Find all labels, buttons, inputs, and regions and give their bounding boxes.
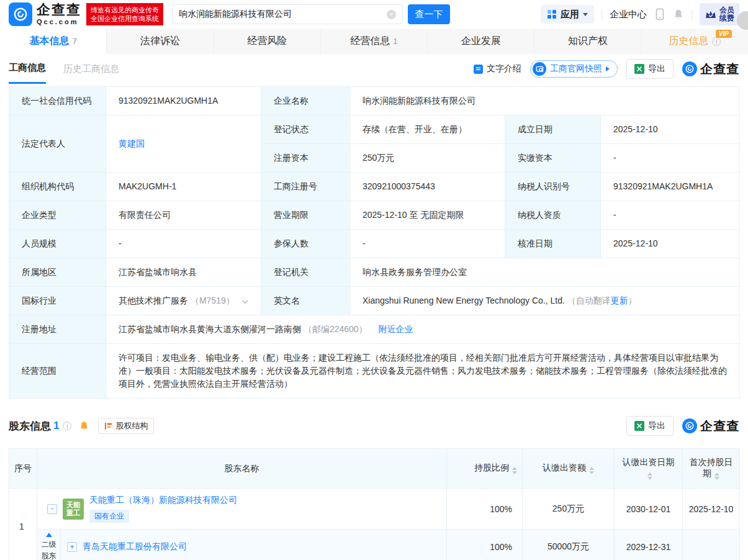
export-button[interactable]: 导出: [626, 59, 674, 79]
logo-name: 企查查: [37, 3, 81, 17]
search-box[interactable]: ×: [172, 4, 403, 24]
tab-development[interactable]: 企业发展: [428, 29, 534, 54]
notifications-button[interactable]: [673, 8, 684, 20]
company-type-value: 有限责任公司: [106, 201, 261, 230]
field-label: 法定代表人: [9, 115, 106, 173]
sort-icon[interactable]: [714, 472, 719, 480]
tab-legal[interactable]: 法律诉讼: [107, 29, 214, 54]
tab-history[interactable]: VIP 历史信息 i: [642, 29, 748, 54]
apps-label: 应用: [561, 9, 579, 20]
column-header-amount[interactable]: 认缴出资额: [523, 449, 615, 489]
org-chart-icon: [104, 422, 112, 430]
level-label-line2: 股东: [42, 551, 56, 560]
shareholder-name-cell: - 天能 重工 天能重工（珠海）新能源科技有限公司 国有企业: [37, 489, 447, 530]
secondary-shareholder-name-link[interactable]: 青岛天能重工股份有限公司: [83, 541, 187, 553]
field-label: 纳税人识别号: [505, 173, 601, 201]
sort-icon[interactable]: [589, 467, 594, 474]
business-scope-value: 许可项目：发电业务、输电业务、供（配）电业务；建设工程施工（依法须经批准的项目，…: [106, 344, 740, 399]
shareholder-name-link[interactable]: 天能重工（珠海）新能源科技有限公司: [89, 495, 237, 506]
text-intro-button[interactable]: 文字介绍: [474, 63, 521, 75]
table-row: 国标行业 其他技术推广服务 （M7519） 英文名 Xiangshui Rune…: [9, 287, 740, 315]
legal-rep-value: 黄建国: [106, 115, 261, 173]
reg-no-value: 320921000375443: [350, 173, 505, 201]
bell-icon: [673, 8, 684, 20]
nearby-companies-link[interactable]: 附近企业: [379, 324, 413, 334]
mobile-app-button[interactable]: [654, 8, 665, 20]
official-snapshot-button[interactable]: 工商官网快照: [530, 60, 618, 78]
tab-development-label: 企业发展: [461, 35, 501, 48]
column-header-first-date[interactable]: 首次持股日期: [683, 449, 740, 489]
vip-badge: VIP: [716, 30, 732, 38]
field-label: 经营范围: [9, 344, 106, 399]
field-label: 组织机构代码: [9, 173, 106, 201]
amount-value: 250万元: [523, 489, 615, 530]
english-name-text: Xiangshui Runeng New Energy Technology C…: [363, 296, 565, 305]
translate-update-link[interactable]: 更新: [611, 296, 628, 305]
brand-slogan: 缔造有远见的商业传奇 全国企业信用查询系统: [86, 3, 163, 25]
clear-search-icon[interactable]: ×: [387, 10, 396, 19]
industry-code: （M7519）: [191, 296, 235, 305]
sort-icon[interactable]: [512, 467, 517, 474]
search-input[interactable]: [179, 9, 387, 19]
tab-legal-label: 法律诉讼: [140, 35, 180, 48]
row-index: 1: [9, 489, 37, 560]
search-button[interactable]: 查一下: [408, 4, 450, 24]
ratio-header-label: 持股比例: [474, 463, 509, 472]
tab-basic-info[interactable]: 基本信息 7: [0, 29, 107, 54]
expand-button[interactable]: +: [67, 542, 77, 552]
info-icon[interactable]: i: [63, 422, 71, 430]
field-label: 企业名称: [261, 87, 350, 115]
date-value: 2030-12-01: [615, 489, 683, 530]
industry-value: 其他技术推广服务 （M7519）: [106, 287, 261, 315]
tab-operation[interactable]: 经营信息 1: [321, 29, 428, 54]
qcc-glyph-icon: [12, 6, 29, 22]
table-row: 组织机构代码 MAK2UGMH-1 工商注册号 320921000375443 …: [9, 173, 740, 201]
logo-wordmark[interactable]: 企查查 Qcc.com: [37, 3, 81, 25]
enterprise-center-link[interactable]: 企业中心: [610, 9, 647, 20]
shareholders-title: 股东信息: [9, 419, 51, 433]
tab-ip[interactable]: 知识产权: [534, 29, 641, 54]
sort-icon[interactable]: [647, 472, 652, 480]
member-renew-button[interactable]: 会员 续费: [700, 3, 739, 25]
address-text: 江苏省盐城市响水县黄海大道东侧灌河一路南侧: [119, 324, 301, 334]
subtab-business-info[interactable]: 工商信息: [9, 54, 46, 84]
info-icon[interactable]: i: [712, 37, 721, 46]
collapse-button[interactable]: -: [47, 504, 57, 514]
term-value: 2025-12-10 至 无固定期限: [350, 201, 505, 230]
org-code-value: MAK2UGMH-1: [106, 173, 261, 201]
status-value: 存续（在营、开业、在册）: [350, 115, 505, 144]
company-name-value: 响水润能新能源科技有限公司: [350, 87, 740, 115]
date-value: 2029-12-31: [615, 530, 683, 560]
column-header-date[interactable]: 认缴出资日期: [615, 449, 683, 489]
secondary-shareholder-cell: 二级 股东 + 青岛天能重工股份有限公司: [37, 530, 447, 560]
amount-value: 50000万元: [523, 530, 615, 560]
field-label: 实缴资本: [505, 144, 601, 173]
field-label: 企业类型: [9, 201, 106, 230]
shareholders-table: 序号 股东名称 持股比例 认缴出资额 认缴出资日期 首次持股日期 1 -: [9, 448, 740, 560]
chevron-down-icon[interactable]: [242, 297, 248, 304]
field-label: 核准日期: [505, 230, 601, 258]
divider: [602, 9, 602, 19]
reg-capital-value: 250万元: [350, 144, 505, 173]
date-header-label: 认缴出资日期: [623, 457, 675, 467]
tab-risk[interactable]: 经营风险: [214, 29, 321, 54]
subtab-history-business-info[interactable]: 历史工商信息: [63, 54, 119, 84]
legal-rep-link[interactable]: 黄建国: [119, 138, 145, 148]
qcc-circle-icon: [682, 418, 697, 433]
table-row: 人员规模 - 参保人数 - 核准日期 2025-12-10: [9, 230, 740, 258]
scrollbar-thumb[interactable]: [737, 11, 748, 30]
field-label: 所属地区: [9, 258, 106, 287]
text-intro-label: 文字介绍: [487, 63, 521, 75]
equity-structure-button[interactable]: 股权结构: [98, 418, 154, 434]
level-badge: 二级 股东: [37, 530, 61, 560]
subscribe-alert-button[interactable]: [79, 420, 89, 431]
grid-icon: [547, 9, 557, 19]
credit-code-value: 91320921MAK2UGMH1A: [106, 87, 261, 115]
crown-icon: [705, 9, 717, 20]
field-label: 参保人数: [261, 230, 350, 258]
snapshot-label: 工商官网快照: [550, 63, 602, 75]
export-shareholders-button[interactable]: 导出: [626, 416, 674, 436]
column-header-ratio[interactable]: 持股比例: [447, 449, 523, 489]
qcc-logo-icon[interactable]: [9, 2, 32, 26]
apps-menu[interactable]: 应用: [541, 5, 594, 24]
